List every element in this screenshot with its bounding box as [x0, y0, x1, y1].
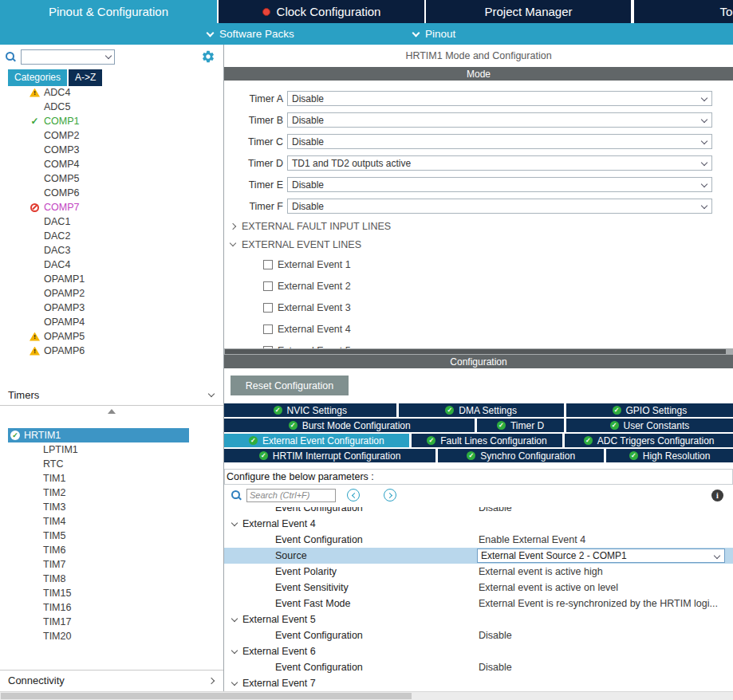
config-tab-fault-lines-configuration[interactable]: ✓Fault Lines Configuration	[412, 434, 563, 447]
circle-arrow-right-icon[interactable]	[384, 489, 396, 501]
tab-a-to-z[interactable]: A->Z	[69, 69, 102, 86]
config-tab-dma-settings[interactable]: ✓DMA Settings	[399, 403, 564, 417]
sub-tab-bar: Software Packs Pinout	[0, 23, 733, 45]
chevron-down-icon[interactable]	[103, 50, 114, 64]
checkbox[interactable]	[263, 303, 273, 313]
sidebar-item-lptim1[interactable]: LPTIM1	[0, 442, 223, 457]
scroll-up-arrow[interactable]	[0, 406, 223, 417]
timer-select-timer-d[interactable]: TD1 and TD2 outputs active	[287, 155, 712, 171]
sidebar-item-tim16[interactable]: TIM16	[0, 600, 223, 615]
param-row-event-configuration[interactable]: Event ConfigurationDisable	[224, 507, 733, 516]
sidebar-item-comp4[interactable]: COMP4	[0, 157, 223, 171]
config-tab-adc-triggers-configuration[interactable]: ✓ADC Triggers Configuration	[565, 434, 733, 447]
sidebar-item-comp6[interactable]: COMP6	[0, 186, 223, 200]
sidebar-section-timers[interactable]: Timers	[0, 385, 223, 406]
sidebar-search-input[interactable]	[22, 51, 103, 62]
circle-arrow-left-icon[interactable]	[347, 489, 360, 501]
sidebar-item-tim15[interactable]: TIM15	[0, 586, 223, 600]
param-row-event-fast-mode[interactable]: Event Fast ModeExternal Event is re-sync…	[224, 596, 733, 612]
top-tab-pinout-configuration[interactable]: Pinout & Configuration	[0, 0, 217, 23]
sidebar-item-dac1[interactable]: DAC1	[0, 214, 223, 229]
sidebar-item-dac2[interactable]: DAC2	[0, 229, 223, 243]
top-tab-tools[interactable]: Tools	[634, 0, 733, 23]
sidebar-item-comp7[interactable]: COMP7	[0, 200, 223, 214]
param-group-external-event-6[interactable]: External Event 6	[224, 643, 733, 659]
sidebar-item-opamp1[interactable]: OPAMP1	[0, 272, 223, 286]
param-row-event-polarity[interactable]: Event PolarityExternal event is active h…	[224, 564, 733, 580]
bottom-horizontal-scrollbar[interactable]	[0, 691, 733, 700]
config-tab-nvic-settings[interactable]: ✓NVIC Settings	[224, 403, 396, 417]
sidebar-item-opamp5[interactable]: !OPAMP5	[0, 329, 223, 344]
config-tab-user-constants[interactable]: ✓User Constants	[566, 419, 733, 432]
top-tab-project-manager[interactable]: Project Manager	[426, 0, 631, 23]
sidebar-item-opamp6[interactable]: !OPAMP6	[0, 344, 223, 358]
sidebar-search-combobox[interactable]	[21, 49, 115, 65]
reset-configuration-button[interactable]: Reset Configuration	[231, 376, 349, 395]
param-group-external-event-7[interactable]: External Event 7	[224, 675, 733, 691]
sidebar-item-hrtim1[interactable]: ✓HRTIM1	[8, 428, 189, 442]
scrollbar-thumb[interactable]	[225, 349, 726, 354]
sidebar-item-dac4[interactable]: DAC4	[0, 258, 223, 272]
sidebar-item-opamp4[interactable]: OPAMP4	[0, 315, 223, 329]
param-row-event-sensitivity[interactable]: Event SensitivityExternal event is activ…	[224, 580, 733, 596]
sidebar-item-comp1[interactable]: ✓COMP1	[0, 114, 223, 128]
timer-select-timer-b[interactable]: Disable	[287, 112, 712, 128]
timer-select-timer-e[interactable]: Disable	[287, 177, 712, 192]
chevron-down-icon	[231, 519, 238, 525]
sidebar-item-tim3[interactable]: TIM3	[0, 500, 223, 514]
mode-group-external-fault-input-lines[interactable]: EXTERNAL FAULT INPUT LINES	[224, 217, 733, 235]
sidebar-item-opamp3[interactable]: OPAMP3	[0, 301, 223, 315]
sidebar-item-comp5[interactable]: COMP5	[0, 171, 223, 186]
top-tab-label: Pinout & Configuration	[49, 5, 168, 18]
params-search-box[interactable]	[246, 489, 336, 502]
config-tab-external-event-configuration[interactable]: ✓External Event Configuration	[224, 434, 409, 447]
mode-group-external-event-lines[interactable]: EXTERNAL EVENT LINES	[224, 235, 733, 254]
checkbox[interactable]	[263, 281, 273, 291]
tab-categories[interactable]: Categories	[8, 69, 67, 86]
checkbox[interactable]	[263, 260, 273, 269]
config-tab-hrtim-interrupt-configuration[interactable]: ✓HRTIM Interrupt Configuration	[224, 449, 435, 462]
sidebar-item-tim17[interactable]: TIM17	[0, 615, 223, 629]
param-row-event-configuration[interactable]: Event ConfigurationEnable External Event…	[224, 532, 733, 548]
sidebar-item-opamp2[interactable]: OPAMP2	[0, 286, 223, 301]
sidebar-item-comp2[interactable]: COMP2	[0, 128, 223, 143]
sidebar-item-adc4[interactable]: !ADC4	[0, 88, 223, 100]
sidebar-item-rtc[interactable]: RTC	[0, 457, 223, 471]
sidebar-item-tim7[interactable]: TIM7	[0, 557, 223, 572]
config-tab-synchro-configuration[interactable]: ✓Synchro Configuration	[438, 449, 604, 462]
sidebar-item-dac3[interactable]: DAC3	[0, 243, 223, 258]
sidebar-item-tim4[interactable]: TIM4	[0, 514, 223, 529]
sidebar-item-tim2[interactable]: TIM2	[0, 486, 223, 500]
gear-icon[interactable]	[201, 49, 215, 64]
param-row-source[interactable]: SourceExternal Event Source 2 - COMP1	[224, 548, 733, 564]
param-group-external-event-4[interactable]: External Event 4	[224, 516, 733, 532]
sidebar-item-comp3[interactable]: COMP3	[0, 143, 223, 157]
sidebar-item-tim6[interactable]: TIM6	[0, 543, 223, 557]
checkbox[interactable]	[263, 324, 273, 334]
top-tab-clock-configuration[interactable]: Clock Configuration	[219, 0, 424, 23]
sidebar-item-tim1[interactable]: TIM1	[0, 471, 223, 486]
param-value-select[interactable]: External Event Source 2 - COMP1	[477, 549, 725, 563]
sidebar-item-tim20[interactable]: TIM20	[0, 629, 223, 643]
params-search-input[interactable]	[247, 490, 335, 500]
scrollbar-thumb[interactable]	[1, 693, 412, 699]
sidebar-item-adc5[interactable]: ADC5	[0, 100, 223, 114]
subtab-pinout[interactable]: Pinout	[413, 23, 455, 45]
param-row-event-configuration[interactable]: Event ConfigurationDisable	[224, 627, 733, 643]
param-group-external-event-5[interactable]: External Event 5	[224, 612, 733, 627]
sidebar-item-tim5[interactable]: TIM5	[0, 529, 223, 543]
subtab-software-packs[interactable]: Software Packs	[207, 23, 294, 45]
sidebar-section-connectivity[interactable]: Connectivity	[0, 670, 223, 690]
config-tab-high-resolution[interactable]: ✓High Resolution	[606, 449, 733, 462]
timer-select-timer-a[interactable]: Disable	[287, 91, 712, 106]
timer-select-timer-c[interactable]: Disable	[287, 134, 712, 149]
sidebar-item-tim8[interactable]: TIM8	[0, 572, 223, 586]
info-icon[interactable]: i	[711, 490, 723, 501]
mode-horizontal-scrollbar[interactable]	[224, 348, 733, 355]
timer-select-timer-f[interactable]: Disable	[287, 199, 712, 214]
group-label: EXTERNAL EVENT LINES	[242, 239, 361, 250]
config-tab-burst-mode-configuration[interactable]: ✓Burst Mode Configuration	[224, 419, 475, 432]
param-row-event-configuration[interactable]: Event ConfigurationDisable	[224, 659, 733, 675]
config-tab-gpio-settings[interactable]: ✓GPIO Settings	[566, 403, 733, 417]
config-tab-timer-d[interactable]: ✓Timer D	[477, 419, 563, 432]
